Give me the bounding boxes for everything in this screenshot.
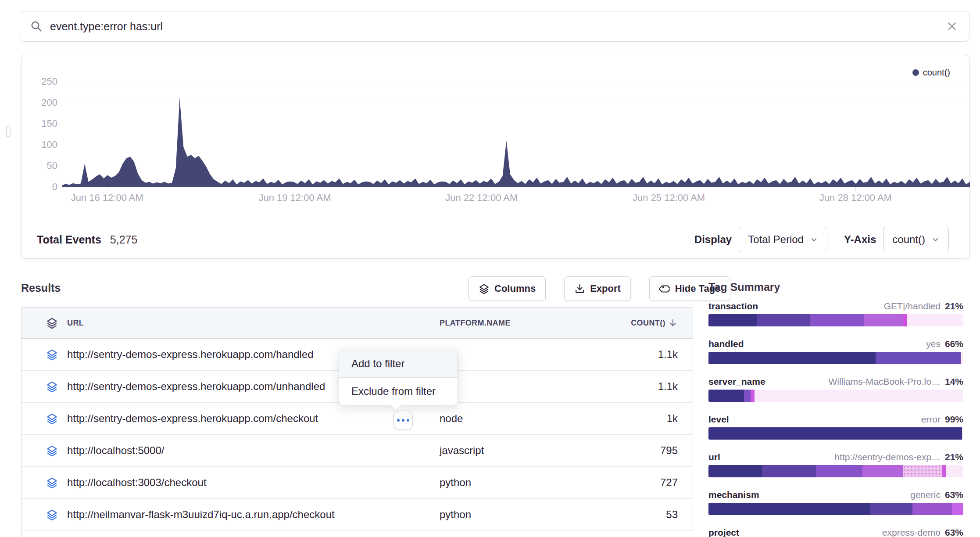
tag-bar-segment[interactable]	[870, 503, 912, 515]
search-icon	[30, 20, 43, 33]
tag-name: level	[708, 414, 729, 425]
x-axis-tick-mark	[482, 187, 482, 191]
tag-bar-segment[interactable]	[708, 503, 870, 515]
total-events-value: 5,275	[110, 233, 138, 246]
tag-summary-row: levelerror99%	[708, 414, 963, 440]
tag-bar-segment[interactable]	[903, 465, 941, 477]
columns-button[interactable]: Columns	[469, 276, 546, 301]
tag-bar-segment[interactable]	[942, 465, 946, 477]
tag-summary-row: mechanismgeneric63%	[708, 490, 963, 515]
tag-bar-segment[interactable]	[708, 390, 744, 402]
tag-bar-segment[interactable]	[862, 465, 903, 477]
tag-percent: 21%	[945, 301, 963, 311]
y-axis-tick-label: 100	[30, 139, 57, 150]
export-button[interactable]: Export	[564, 276, 631, 301]
cell-actions-button[interactable]	[393, 411, 413, 430]
table-row[interactable]: http://localhost:3003/checkoutpython727	[21, 467, 693, 499]
tag-bar-segment[interactable]	[708, 352, 876, 364]
tag-bar-segment[interactable]	[912, 503, 952, 515]
y-axis-tick-label: 50	[30, 160, 57, 172]
tag-distribution-bar[interactable]	[708, 390, 963, 402]
columns-button-label: Columns	[494, 283, 536, 294]
x-axis-tick-label: Jun 19 12:00 AM	[247, 192, 343, 204]
tag-distribution-bar[interactable]	[708, 352, 963, 364]
table-row-partial	[21, 531, 693, 537]
table-row[interactable]: http://sentry-demos-express.herokuapp.co…	[21, 403, 693, 435]
display-dropdown[interactable]: Total Period	[739, 227, 827, 252]
layers-icon	[479, 283, 490, 294]
total-events-label: Total Events	[37, 233, 101, 246]
yaxis-dropdown[interactable]: count()	[883, 227, 949, 252]
platform-cell[interactable]: python	[440, 476, 627, 489]
count-cell[interactable]: 53	[627, 508, 678, 521]
url-cell[interactable]: http://localhost:5000/	[67, 444, 440, 457]
clear-search-icon[interactable]	[946, 21, 958, 32]
table-row[interactable]: http://neilmanvar-flask-m3uuizd7iq-uc.a.…	[21, 499, 693, 531]
tag-bar-segment[interactable]	[903, 314, 907, 326]
results-heading: Results	[21, 282, 61, 294]
tag-top-value: GET|/handled	[884, 301, 941, 311]
search-bar[interactable]: event.type:error has:url	[20, 11, 969, 42]
tag-distribution-bar[interactable]	[708, 465, 963, 477]
tag-bar-segment[interactable]	[751, 390, 754, 402]
menu-item-add-to-filter[interactable]: Add to filter	[339, 350, 458, 377]
sidebar-resize-handle[interactable]	[6, 125, 11, 137]
y-axis-tick-label: 200	[30, 97, 57, 108]
tag-bar-segment[interactable]	[708, 314, 757, 326]
tag-bar-segment[interactable]	[744, 390, 751, 402]
tag-bar-segment[interactable]	[810, 314, 864, 326]
platform-cell[interactable]: python	[440, 508, 627, 521]
url-cell[interactable]: http://localhost:3003/checkout	[67, 476, 440, 489]
area-chart[interactable]	[62, 71, 970, 187]
tag-distribution-bar[interactable]	[708, 503, 963, 515]
count-cell[interactable]: 727	[627, 476, 678, 489]
sort-descending-icon	[668, 318, 678, 328]
url-cell[interactable]: http://neilmanvar-flask-m3uuizd7iq-uc.a.…	[67, 508, 440, 521]
tag-bar-segment[interactable]	[816, 465, 862, 477]
column-header-platform[interactable]: PLATFORM.NAME	[440, 319, 627, 328]
tag-icon	[659, 283, 670, 294]
stack-icon	[36, 509, 67, 521]
count-cell[interactable]: 1k	[627, 412, 678, 425]
url-cell[interactable]: http://sentry-demos-express.herokuapp.co…	[67, 412, 440, 425]
tag-percent: 63%	[945, 490, 963, 500]
tag-top-value: generic	[910, 490, 941, 500]
stack-icon	[36, 477, 67, 489]
tag-name: mechanism	[708, 490, 759, 500]
yaxis-label: Y-Axis	[844, 233, 876, 246]
cell-context-menu: Add to filterExclude from filter	[339, 350, 458, 405]
menu-item-exclude-from-filter[interactable]: Exclude from filter	[339, 378, 458, 405]
column-header-url[interactable]: URL	[67, 319, 440, 328]
tag-bar-segment[interactable]	[757, 314, 810, 326]
tag-bar-segment[interactable]	[708, 465, 762, 477]
tag-distribution-bar[interactable]	[708, 314, 963, 326]
tag-bar-segment[interactable]	[864, 314, 903, 326]
count-cell[interactable]: 795	[627, 444, 678, 457]
display-label: Display	[694, 233, 732, 246]
tag-bar-segment[interactable]	[708, 427, 962, 440]
tag-bar-segment[interactable]	[876, 352, 961, 364]
y-axis-tick-label: 0	[30, 181, 57, 193]
tag-bar-segment[interactable]	[762, 465, 816, 477]
tag-name: project	[708, 527, 739, 537]
display-dropdown-value: Total Period	[748, 233, 804, 246]
tag-distribution-bar[interactable]	[708, 427, 963, 440]
tag-summary-title: Tag Summary	[708, 281, 963, 291]
platform-cell[interactable]: node	[440, 412, 627, 425]
platform-cell[interactable]: javascript	[440, 444, 627, 457]
tag-top-value: error	[921, 414, 941, 425]
tag-percent: 99%	[945, 414, 963, 425]
y-axis-tick-label: 250	[30, 76, 57, 87]
x-axis-tick-label: Jun 16 12:00 AM	[59, 192, 155, 204]
tag-bar-segment[interactable]	[952, 503, 963, 515]
count-cell[interactable]: 1.1k	[627, 348, 678, 361]
stack-icon	[36, 349, 67, 361]
stack-icon	[36, 381, 67, 393]
search-input[interactable]: event.type:error has:url	[50, 20, 946, 33]
column-header-count[interactable]: COUNT()	[627, 318, 678, 328]
results-table: URL PLATFORM.NAME COUNT() http://sentry-…	[21, 307, 693, 537]
table-row[interactable]: http://localhost:5000/javascript795	[21, 435, 693, 467]
count-cell[interactable]: 1.1k	[627, 380, 678, 393]
tag-top-value: express-demo	[882, 527, 941, 537]
tag-top-value: Williams-MacBook-Pro.lo…	[828, 376, 941, 387]
